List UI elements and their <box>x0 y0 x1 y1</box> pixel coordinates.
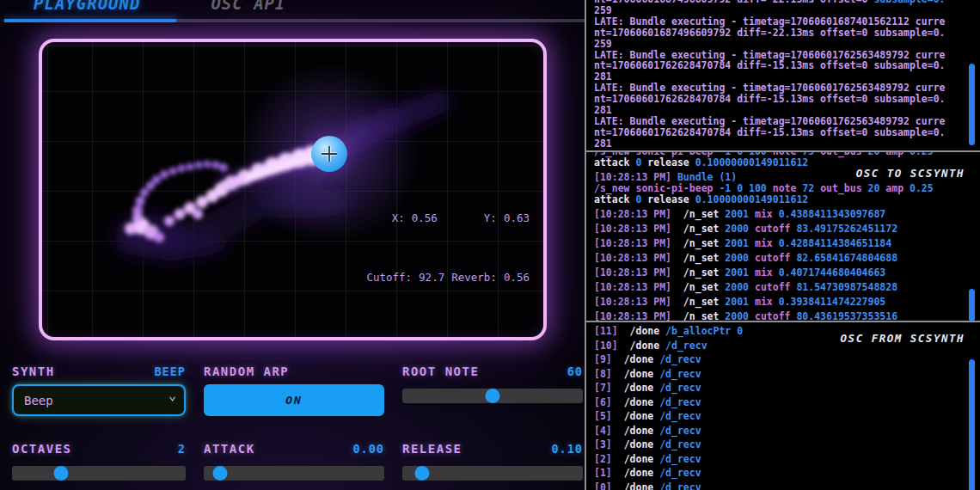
log-line: [10:28:13 PM] /n_set 2001 mix 0.43884113… <box>594 209 963 220</box>
log-section: nt=17060601687496609792 diff=-22.13ms of… <box>585 0 980 490</box>
log-line: [10:28:13 PM] /n_set 2001 mix 0.40717446… <box>594 267 963 279</box>
log-line: [10:28:13 PM] /n_set 2000 cutoff 81.5473… <box>594 282 963 293</box>
xy-cursor[interactable] <box>311 136 347 172</box>
log-line: nt=17060601687496609792 diff=-22.13ms of… <box>594 0 963 5</box>
log-line: [6] /done /d_recv <box>594 397 963 408</box>
release-control: RELEASE 0.10 <box>402 442 583 481</box>
osc-to-scrollbar-thumb[interactable] <box>969 289 975 321</box>
cutoff-label: Cutoff: <box>366 271 412 284</box>
log-line: [9] /done /d_recv <box>594 354 963 365</box>
log-panel-osc-from-scsynth[interactable]: [11] /done /b_allocPtr 0[10] /done /d_re… <box>586 321 980 490</box>
reverb-value: 0.56 <box>504 271 530 284</box>
attack-slider[interactable] <box>204 466 384 481</box>
log-line: nt=17060601687496609792 diff=-22.13ms of… <box>594 28 963 39</box>
log-line: [10:28:13 PM] /n_set 2000 cutoff 80.4361… <box>594 311 963 321</box>
reverb-label: Reverb: <box>451 271 497 284</box>
octaves-slider-thumb[interactable] <box>53 466 68 481</box>
log-line: nt=17060601762628470784 diff=-15.13ms of… <box>594 94 963 105</box>
synth-value-badge: BEEP <box>154 364 186 378</box>
cutoff-value: 92.7 <box>419 271 444 284</box>
tab-underline-track <box>4 19 585 22</box>
log-panel-osc-to-scsynth[interactable]: /s_new sonic-pi-beep -1 0 100 note 75 ou… <box>586 150 980 321</box>
log-line: 281 <box>594 138 963 150</box>
synth-select[interactable]: Beep <box>12 384 186 416</box>
random-arp-control: RANDOM ARP ON <box>204 364 384 416</box>
octaves-slider[interactable] <box>12 466 186 481</box>
log-line: nt=17060601762628470784 diff=-15.13ms of… <box>594 60 963 71</box>
osc-to-scsynth-label: OSC TO SCSYNTH <box>856 167 965 180</box>
synth-control: SYNTH BEEP Beep ⌄ <box>12 364 186 416</box>
playground-section: PLAYGROUND OSC API <box>0 0 585 490</box>
log-line: attack 0 release 0.10000000149011612 <box>594 194 963 205</box>
x-label: X: <box>392 211 405 224</box>
log-line: [5] /done /d_recv <box>594 411 963 422</box>
log-line: [8] /done /d_recv <box>594 369 963 380</box>
log-panel-late[interactable]: nt=17060601687496609792 diff=-22.13ms of… <box>586 0 980 150</box>
random-arp-label: RANDOM ARP <box>204 364 289 378</box>
osc-from-scrollbar-thumb[interactable] <box>969 359 975 490</box>
release-slider[interactable] <box>402 466 583 481</box>
log-line: [3] /done /d_recv <box>594 439 963 450</box>
y-value: 0.63 <box>504 211 530 224</box>
attack-value: 0.00 <box>352 442 384 456</box>
pad-readout-fx: Cutoff:92.7 Reverb:0.56 <box>366 267 530 287</box>
release-label: RELEASE <box>402 442 462 456</box>
root-note-value: 60 <box>567 364 583 378</box>
attack-label: ATTACK <box>204 442 255 456</box>
pad-readout-xy: X:0.56 Y:0.63 <box>366 208 530 228</box>
y-label: Y: <box>484 211 497 224</box>
log-line: [10:28:13 PM] /n_set 2000 cutoff 82.6584… <box>594 253 963 264</box>
xy-pad[interactable]: X:0.56 Y:0.63 Cutoff:92.7 Reverb:0.56 <box>39 39 547 340</box>
pad-readout: X:0.56 Y:0.63 Cutoff:92.7 Reverb:0.56 <box>366 168 530 327</box>
release-slider-thumb[interactable] <box>415 466 430 481</box>
attack-control: ATTACK 0.00 <box>204 442 384 481</box>
root-note-slider[interactable] <box>402 389 583 403</box>
log-line: [2] /done /d_recv <box>594 454 963 465</box>
log-line: [4] /done /d_recv <box>594 426 963 437</box>
log-line: [7] /done /d_recv <box>594 383 963 394</box>
root-note-label: ROOT NOTE <box>402 364 479 378</box>
octaves-label: OCTAVES <box>12 442 72 456</box>
late-log-lines: nt=17060601687496609792 diff=-22.13ms of… <box>594 0 963 150</box>
log-line: [0] /done /d_recv <box>594 482 963 490</box>
app-root: PLAYGROUND OSC API <box>0 0 980 490</box>
log-line: [10:28:13 PM] /n_set 2000 cutoff 83.4917… <box>594 224 963 235</box>
tab-active-indicator <box>4 19 176 22</box>
log-line: nt=17060601762628470784 diff=-15.13ms of… <box>594 127 963 138</box>
log-line: [1] /done /d_recv <box>594 468 963 479</box>
late-scrollbar-thumb[interactable] <box>969 64 975 145</box>
synth-label: SYNTH <box>12 364 55 378</box>
tab-bar: PLAYGROUND OSC API <box>0 0 585 22</box>
osc-from-log-lines: [11] /done /b_allocPtr 0[10] /done /d_re… <box>594 326 963 490</box>
controls-grid: SYNTH BEEP Beep ⌄ RANDOM ARP ON <box>0 340 585 481</box>
octaves-value: 2 <box>178 442 186 456</box>
random-arp-toggle-button[interactable]: ON <box>204 384 384 416</box>
release-value: 0.10 <box>551 442 583 456</box>
synth-select-wrap: Beep ⌄ <box>12 384 186 416</box>
attack-slider-thumb[interactable] <box>212 466 227 481</box>
root-note-slider-thumb[interactable] <box>486 389 500 403</box>
log-line: [10:28:13 PM] /n_set 2001 mix 0.39384114… <box>594 297 963 308</box>
root-note-control: ROOT NOTE 60 <box>402 364 583 416</box>
octaves-control: OCTAVES 2 <box>12 442 186 481</box>
x-value: 0.56 <box>412 211 438 224</box>
log-line: [10:28:13 PM] /n_set 2001 mix 0.42884114… <box>594 238 963 249</box>
osc-from-scsynth-label: OSC FROM SCSYNTH <box>841 332 965 345</box>
